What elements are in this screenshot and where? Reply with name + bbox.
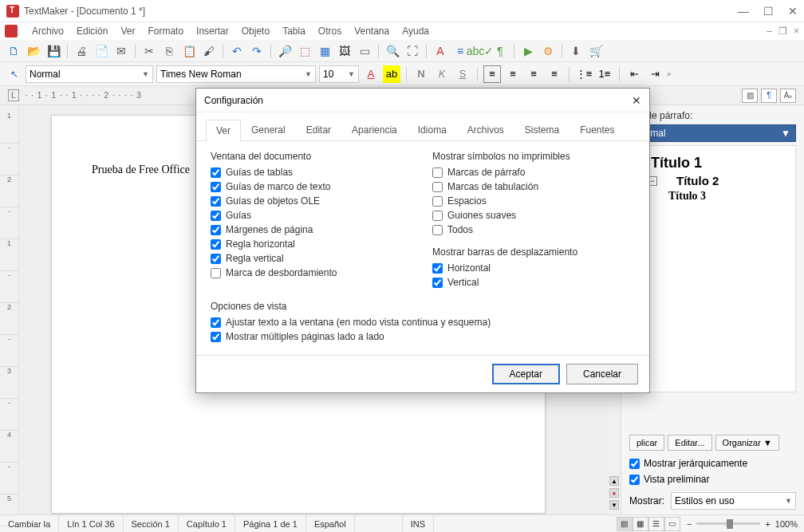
app-menu-icon[interactable] bbox=[5, 25, 18, 37]
scroll-down-icon[interactable]: ▼ bbox=[609, 500, 619, 510]
align-right-icon[interactable]: ≡ bbox=[525, 65, 542, 83]
apply-button[interactable]: plicar bbox=[629, 435, 664, 451]
menu-otros[interactable]: Otros bbox=[312, 26, 348, 37]
view-outline-icon[interactable]: ☰ bbox=[648, 517, 664, 531]
status-language[interactable]: Español bbox=[306, 515, 355, 532]
styles-tree[interactable]: −Título 1 −Título 2 Título 3 bbox=[629, 145, 796, 392]
ventana-option-0[interactable]: Guías de tablas bbox=[211, 167, 413, 178]
zoom-value[interactable]: 100% bbox=[775, 519, 798, 529]
ventana-option-2[interactable]: Guías de objetos OLE bbox=[211, 195, 413, 207]
preview-icon[interactable]: ▶ bbox=[519, 42, 537, 60]
italic-icon[interactable]: K bbox=[433, 65, 451, 83]
sidebar-toggle-2[interactable]: ¶ bbox=[761, 89, 777, 103]
mdi-minimize[interactable]: – bbox=[767, 26, 772, 37]
vista-option-1[interactable]: Mostrar múltiples páginas lado a lado bbox=[211, 331, 635, 342]
align-justify-icon[interactable]: ≡ bbox=[546, 65, 563, 83]
tab-editar[interactable]: Editar bbox=[296, 119, 341, 140]
pilcrow-icon[interactable]: ¶ bbox=[491, 42, 509, 60]
tab-apariencia[interactable]: Apariencia bbox=[341, 119, 408, 140]
table-icon[interactable]: ▦ bbox=[316, 42, 333, 60]
sidebar-toggle-3[interactable]: Aₐ bbox=[780, 89, 796, 103]
status-lang-action[interactable]: Cambiar la bbox=[0, 515, 59, 532]
new-icon[interactable]: 🗋 bbox=[5, 42, 22, 60]
show-combo[interactable]: Estilos en uso▼ bbox=[671, 492, 796, 510]
preview-checkbox[interactable]: Vista preliminar bbox=[629, 474, 796, 485]
cancel-button[interactable]: Cancelar bbox=[566, 364, 638, 384]
tab-general[interactable]: General bbox=[241, 119, 296, 140]
dialog-close-icon[interactable]: ✕ bbox=[632, 94, 641, 107]
symbol-icon[interactable]: ⬚ bbox=[296, 42, 313, 60]
view-normal-icon[interactable]: ▤ bbox=[617, 517, 633, 531]
redo-icon[interactable]: ↷ bbox=[248, 42, 266, 60]
vista-option-0[interactable]: Ajustar texto a la ventana (en modo vist… bbox=[211, 317, 635, 328]
size-combo[interactable]: 10▼ bbox=[319, 65, 359, 83]
menu-ver[interactable]: Ver bbox=[114, 26, 141, 37]
indent-dec-icon[interactable]: ⇤ bbox=[625, 65, 643, 83]
align-left-icon[interactable]: ≡ bbox=[483, 65, 501, 83]
ventana-option-6[interactable]: Regla vertical bbox=[211, 253, 413, 264]
copy-icon[interactable]: ⎘ bbox=[160, 42, 178, 60]
simbolos-option-4[interactable]: Todos bbox=[432, 224, 635, 235]
menu-ayuda[interactable]: Ayuda bbox=[396, 26, 436, 37]
download-icon[interactable]: ⬇ bbox=[567, 42, 585, 60]
tab-archivos[interactable]: Archivos bbox=[457, 119, 514, 140]
view-master-icon[interactable]: ▦ bbox=[633, 517, 648, 531]
tab-sistema[interactable]: Sistema bbox=[514, 119, 570, 140]
hierarchical-checkbox[interactable]: Mostrar jerárquicamente bbox=[629, 458, 796, 469]
ventana-option-3[interactable]: Guías bbox=[211, 210, 413, 221]
mdi-restore[interactable]: ❐ bbox=[778, 26, 787, 37]
organize-button[interactable]: Organizar ▼ bbox=[715, 435, 779, 451]
simbolos-option-0[interactable]: Marcas de párrafo bbox=[432, 167, 635, 178]
image-icon[interactable]: 🖼 bbox=[336, 42, 353, 60]
view-continuous-icon[interactable]: ▭ bbox=[664, 517, 680, 531]
fullscreen-icon[interactable]: ⛶ bbox=[404, 42, 421, 60]
menu-edicion[interactable]: Edición bbox=[70, 26, 114, 37]
zoom-icon[interactable]: 🔍 bbox=[384, 42, 401, 60]
menu-archivo[interactable]: Archivo bbox=[26, 26, 70, 37]
font-color-icon[interactable]: A bbox=[362, 65, 380, 83]
minimize-button[interactable]: — bbox=[738, 5, 749, 18]
indent-inc-icon[interactable]: ⇥ bbox=[646, 65, 664, 83]
zoom-in-icon[interactable]: + bbox=[765, 519, 770, 529]
find-icon[interactable]: 🔎 bbox=[276, 42, 294, 60]
menu-formato[interactable]: Formato bbox=[141, 26, 190, 37]
mdi-close[interactable]: × bbox=[794, 26, 799, 37]
style-titulo1[interactable]: Título 1 bbox=[651, 155, 702, 171]
tab-stop-icon[interactable]: L bbox=[8, 89, 19, 101]
style-combo[interactable]: Normal▼ bbox=[26, 65, 153, 83]
scroll-up-icon[interactable]: ▲ bbox=[609, 476, 619, 486]
font-combo[interactable]: Times New Roman▼ bbox=[156, 65, 316, 83]
zoom-out-icon[interactable]: − bbox=[687, 519, 692, 529]
edit-button[interactable]: Editar... bbox=[668, 435, 711, 451]
char-format-icon[interactable]: A bbox=[432, 42, 449, 60]
document-text[interactable]: Prueba de Free Office bbox=[92, 164, 190, 175]
simbolos-option-1[interactable]: Marcas de tabulación bbox=[432, 181, 635, 192]
settings-icon[interactable]: ⚙ bbox=[539, 42, 557, 60]
scroll-dot-icon[interactable]: ● bbox=[609, 488, 619, 498]
zoom-slider[interactable] bbox=[696, 522, 760, 525]
bullets-icon[interactable]: ⋮≡ bbox=[575, 65, 593, 83]
ventana-option-5[interactable]: Regla horizontal bbox=[211, 238, 413, 250]
cut-icon[interactable]: ✂ bbox=[140, 42, 158, 60]
print-icon[interactable]: 🖨 bbox=[73, 42, 90, 60]
highlight-icon[interactable]: ab bbox=[383, 65, 400, 83]
paste-icon[interactable]: 📋 bbox=[180, 42, 198, 60]
scroll-option-1[interactable]: Vertical bbox=[432, 277, 635, 288]
tab-idioma[interactable]: Idioma bbox=[408, 119, 457, 140]
ventana-option-1[interactable]: Guías de marco de texto bbox=[211, 181, 413, 192]
open-icon[interactable]: 📂 bbox=[25, 42, 42, 60]
bold-icon[interactable]: N bbox=[412, 65, 430, 83]
cart-icon[interactable]: 🛒 bbox=[587, 42, 605, 60]
menu-tabla[interactable]: Tabla bbox=[276, 26, 312, 37]
ventana-option-4[interactable]: Márgenes de página bbox=[211, 224, 413, 235]
email-icon[interactable]: ✉ bbox=[112, 42, 130, 60]
simbolos-option-3[interactable]: Guiones suaves bbox=[432, 210, 635, 221]
current-style-combo[interactable]: Normal▼ bbox=[629, 124, 796, 142]
simbolos-option-2[interactable]: Espacios bbox=[432, 195, 635, 207]
accept-button[interactable]: Aceptar bbox=[492, 364, 560, 384]
ventana-option-7[interactable]: Marca de desbordamiento bbox=[211, 267, 413, 278]
selection-tool-icon[interactable]: ↖ bbox=[6, 66, 22, 82]
underline-icon[interactable]: S bbox=[454, 65, 471, 83]
style-titulo3[interactable]: Título 3 bbox=[668, 190, 706, 203]
insert-icon[interactable]: ▭ bbox=[356, 42, 373, 60]
